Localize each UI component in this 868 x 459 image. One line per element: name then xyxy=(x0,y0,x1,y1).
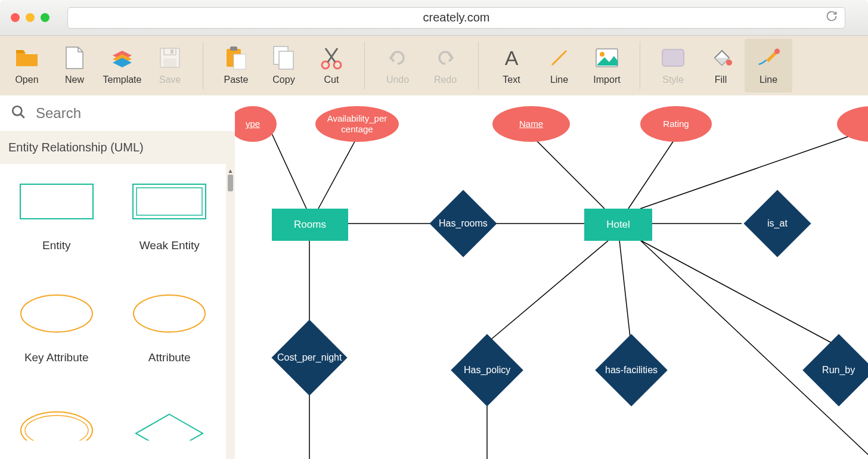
shape-relationship[interactable] xyxy=(119,406,221,459)
diagram-canvas[interactable]: ype Availability_per centage Name Rating… xyxy=(235,95,868,459)
svg-point-18 xyxy=(726,60,732,66)
maximize-window-icon[interactable] xyxy=(41,13,49,22)
entity-hotel[interactable]: Hotel xyxy=(584,209,652,241)
fill-button[interactable]: Fill xyxy=(697,39,745,92)
paste-button[interactable]: Paste xyxy=(212,39,260,92)
svg-line-21 xyxy=(20,114,24,118)
weak-entity-shape-icon xyxy=(131,182,208,221)
weak-entity-shape-label: Weak Entity xyxy=(140,239,200,252)
paste-label: Paste xyxy=(224,75,249,85)
cut-button[interactable]: Cut xyxy=(308,39,355,92)
shape-attribute[interactable]: Attribute xyxy=(119,294,221,364)
key-attribute-shape-icon xyxy=(18,294,95,333)
attribute-name[interactable]: Name xyxy=(492,106,570,142)
new-button[interactable]: New xyxy=(51,39,98,92)
template-button[interactable]: Template xyxy=(98,39,146,92)
attribute-shape-icon xyxy=(131,294,208,333)
template-icon xyxy=(110,46,134,70)
svg-rect-17 xyxy=(662,49,684,66)
svg-point-28 xyxy=(25,415,88,441)
line-button[interactable]: Line xyxy=(535,39,583,92)
fill-icon xyxy=(709,46,733,70)
svg-line-41 xyxy=(619,240,631,343)
scrollbar[interactable]: ▲ xyxy=(226,164,235,459)
svg-line-30 xyxy=(318,137,357,209)
reload-icon[interactable] xyxy=(826,10,838,25)
import-button[interactable]: Import xyxy=(583,39,631,92)
svg-rect-24 xyxy=(137,188,202,215)
svg-line-42 xyxy=(640,240,837,346)
key-attribute-shape-label: Key Attribute xyxy=(24,351,89,364)
entity-shape-label: Entity xyxy=(42,239,71,252)
line-icon xyxy=(547,46,571,70)
url-bar[interactable]: creately.com xyxy=(67,7,845,29)
svg-point-9 xyxy=(322,61,329,69)
search-icon[interactable] xyxy=(11,104,26,122)
shape-category-label[interactable]: Entity Relationship (UML) xyxy=(0,131,235,164)
svg-rect-1 xyxy=(164,48,176,55)
folder-icon xyxy=(15,46,39,70)
close-window-icon[interactable] xyxy=(11,13,20,22)
svg-line-14 xyxy=(552,51,566,65)
redo-button: Redo xyxy=(421,39,469,92)
open-label: Open xyxy=(15,75,38,85)
new-file-icon xyxy=(63,46,86,70)
search-input[interactable] xyxy=(36,105,224,122)
url-text: creately.com xyxy=(423,11,490,24)
shape-multivalued-attribute[interactable] xyxy=(6,406,107,459)
attribute-shape-label: Attribute xyxy=(148,351,191,364)
diagram-connectors xyxy=(235,95,868,459)
style-button: Style xyxy=(649,39,697,92)
undo-label: Undo xyxy=(386,75,409,85)
browser-chrome: creately.com xyxy=(0,0,868,36)
redo-icon xyxy=(433,46,457,70)
window-controls xyxy=(11,13,49,22)
new-label: New xyxy=(65,75,84,85)
import-label: Import xyxy=(593,75,620,85)
save-button: Save xyxy=(146,39,194,92)
open-button[interactable]: Open xyxy=(3,39,51,92)
scroll-up-icon[interactable]: ▲ xyxy=(226,168,235,173)
svg-rect-5 xyxy=(230,46,237,51)
shape-entity[interactable]: Entity xyxy=(6,182,107,252)
svg-point-16 xyxy=(600,52,604,57)
svg-line-36 xyxy=(640,131,864,209)
svg-rect-8 xyxy=(279,51,293,69)
search-row xyxy=(0,95,235,131)
fill-label: Fill xyxy=(715,75,727,85)
style-label: Style xyxy=(662,75,684,85)
shape-weak-entity[interactable]: Weak Entity xyxy=(119,182,221,252)
line-label: Line xyxy=(550,75,568,85)
attribute-availability[interactable]: Availability_per centage xyxy=(315,106,399,142)
line-style-button[interactable]: Line xyxy=(745,39,792,92)
entity-shape-icon xyxy=(18,182,95,221)
minimize-window-icon[interactable] xyxy=(26,13,35,22)
pencil-icon xyxy=(757,46,780,70)
save-icon xyxy=(158,46,182,70)
toolbar-divider xyxy=(364,42,365,89)
svg-rect-2 xyxy=(170,49,173,54)
import-icon xyxy=(595,46,619,70)
text-icon: A xyxy=(500,46,523,70)
attribute-rating[interactable]: Rating xyxy=(640,106,712,142)
cut-icon xyxy=(320,46,343,70)
scrollbar-thumb[interactable] xyxy=(228,175,233,191)
text-button[interactable]: A Text xyxy=(488,39,535,92)
svg-point-20 xyxy=(13,106,21,115)
shape-palette: ▲ Entity Weak Entity xyxy=(0,164,235,459)
svg-line-39 xyxy=(487,240,609,343)
svg-text:A: A xyxy=(505,47,519,69)
copy-label: Copy xyxy=(272,75,294,85)
svg-point-10 xyxy=(334,61,341,69)
entity-rooms[interactable]: Rooms xyxy=(272,209,348,241)
relationship-shape-icon xyxy=(131,406,208,445)
svg-point-19 xyxy=(774,49,780,54)
svg-rect-23 xyxy=(133,184,206,219)
svg-point-25 xyxy=(21,295,92,332)
svg-point-26 xyxy=(134,295,205,332)
toolbar-divider xyxy=(203,42,203,89)
copy-button[interactable]: Copy xyxy=(260,39,308,92)
svg-rect-6 xyxy=(234,54,246,69)
cut-label: Cut xyxy=(324,75,339,85)
shape-key-attribute[interactable]: Key Attribute xyxy=(6,294,107,364)
